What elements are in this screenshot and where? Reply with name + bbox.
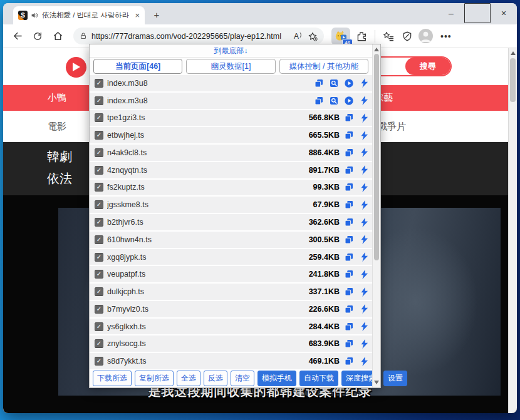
profile-button[interactable] — [419, 29, 433, 43]
copy-button[interactable] — [343, 199, 355, 210]
copy-button[interactable] — [313, 95, 325, 106]
web-capture-button[interactable] — [400, 28, 415, 44]
popup-action-button[interactable]: 复制所选 — [135, 371, 174, 386]
media-row: ✓ dulkjcph.ts 337.1KB — [90, 284, 372, 301]
popup-action-button[interactable]: 自动下载 — [299, 371, 338, 386]
popup-scrollbar[interactable] — [372, 44, 380, 387]
popup-action-button[interactable]: 清空 — [231, 371, 254, 386]
home-button[interactable] — [49, 28, 66, 44]
play-button[interactable] — [343, 78, 355, 89]
copy-button[interactable] — [343, 252, 355, 263]
download-button[interactable] — [358, 165, 370, 176]
scroll-to-bottom-link[interactable]: 到最底部↓ — [90, 44, 372, 58]
popup-action-button[interactable]: 反选 — [204, 371, 227, 386]
back-button[interactable] — [9, 28, 26, 44]
copy-button[interactable] — [343, 147, 355, 158]
download-button[interactable] — [358, 234, 370, 245]
maximize-button[interactable] — [464, 3, 491, 23]
row-checkbox[interactable]: ✓ — [95, 322, 103, 331]
subnav-item-movies[interactable]: 電影 — [48, 121, 66, 133]
download-button[interactable] — [358, 286, 370, 297]
row-checkbox[interactable]: ✓ — [95, 235, 103, 244]
download-button[interactable] — [358, 112, 370, 123]
row-checkbox[interactable]: ✓ — [95, 79, 103, 88]
download-button[interactable] — [358, 199, 370, 210]
popup-tab[interactable]: 媒体控制 / 其他功能 — [279, 59, 368, 74]
popup-action-button[interactable]: 全选 — [177, 371, 200, 386]
popup-scroll-down-icon[interactable] — [374, 381, 379, 384]
download-button[interactable] — [358, 147, 370, 158]
close-button[interactable]: × — [491, 3, 517, 23]
play-button[interactable] — [343, 95, 355, 106]
popup-action-button[interactable]: 设置 — [383, 371, 407, 386]
popup-action-button[interactable]: 模拟手机 — [257, 371, 296, 386]
popup-scroll-up-icon[interactable] — [374, 48, 379, 51]
subnav-item-war[interactable]: 戰爭片 — [378, 121, 406, 133]
download-button[interactable] — [358, 217, 370, 228]
preview-button[interactable] — [328, 78, 340, 89]
copy-button[interactable] — [343, 165, 355, 176]
lightning-download-icon — [360, 182, 369, 193]
row-checkbox[interactable]: ✓ — [95, 270, 103, 279]
row-checkbox[interactable]: ✓ — [95, 357, 103, 366]
copy-button[interactable] — [343, 286, 355, 297]
row-checkbox[interactable]: ✓ — [95, 113, 103, 122]
download-button[interactable] — [358, 182, 370, 193]
copy-button[interactable] — [343, 234, 355, 245]
copy-button[interactable] — [343, 217, 355, 228]
copy-button[interactable] — [343, 338, 355, 349]
row-checkbox[interactable]: ✓ — [95, 253, 103, 262]
refresh-button[interactable] — [29, 28, 46, 44]
preview-button[interactable] — [328, 95, 340, 106]
browser-tab[interactable]: S 依法相愛 / 법대로 사랑하라 × — [13, 6, 145, 24]
tab-close-icon[interactable]: × — [135, 11, 140, 20]
settings-more-button[interactable]: ••• — [437, 31, 455, 41]
copy-button[interactable] — [343, 269, 355, 280]
media-row: ✓ znylsocg.ts 683.9KB — [90, 335, 372, 353]
add-favorite-button[interactable] — [308, 31, 318, 41]
cat-catch-extension-button[interactable]: 46 — [331, 28, 350, 45]
lightning-download-icon — [360, 217, 369, 228]
download-button[interactable] — [358, 130, 370, 141]
favorites-button[interactable] — [381, 28, 396, 44]
row-checkbox[interactable]: ✓ — [95, 287, 103, 296]
copy-button[interactable] — [313, 78, 325, 89]
row-checkbox[interactable]: ✓ — [95, 305, 103, 314]
copy-button[interactable] — [343, 304, 355, 315]
row-checkbox[interactable]: ✓ — [95, 96, 103, 105]
row-checkbox[interactable]: ✓ — [95, 183, 103, 192]
page-scrollbar-thumb[interactable] — [510, 58, 516, 102]
search-button[interactable]: 搜尋 — [405, 58, 450, 75]
row-checkbox[interactable]: ✓ — [95, 339, 103, 348]
download-button[interactable] — [358, 252, 370, 263]
popup-tab[interactable]: 当前页面[46] — [93, 59, 182, 74]
nav-item-duck[interactable]: 小鴨 — [48, 92, 66, 104]
download-button[interactable] — [358, 269, 370, 280]
download-button[interactable] — [358, 321, 370, 332]
popup-action-button[interactable]: 下载所选 — [93, 371, 132, 386]
page-scrollbar[interactable] — [508, 48, 517, 413]
download-button[interactable] — [358, 338, 370, 349]
copy-button[interactable] — [343, 182, 355, 193]
copy-button[interactable] — [343, 356, 355, 367]
row-checkbox[interactable]: ✓ — [95, 218, 103, 227]
popup-tab[interactable]: 幽灵数据[1] — [186, 59, 275, 74]
row-checkbox[interactable]: ✓ — [95, 200, 103, 209]
scroll-up-arrow-icon[interactable] — [511, 51, 516, 55]
row-checkbox[interactable]: ✓ — [95, 148, 103, 157]
minimize-button[interactable]: – — [438, 3, 464, 23]
row-checkbox[interactable]: ✓ — [95, 166, 103, 175]
copy-button[interactable] — [343, 130, 355, 141]
download-button[interactable] — [358, 78, 370, 89]
download-button[interactable] — [358, 95, 370, 106]
read-aloud-button[interactable]: A — [294, 32, 303, 41]
address-bar[interactable]: https://777dramas.com/vod-202295665/play… — [73, 28, 324, 44]
row-checkbox[interactable]: ✓ — [95, 131, 103, 140]
download-button[interactable] — [358, 304, 370, 315]
popup-scrollbar-thumb[interactable] — [374, 54, 379, 260]
copy-button[interactable] — [343, 112, 355, 123]
extensions-button[interactable] — [354, 28, 369, 44]
new-tab-button[interactable]: + — [151, 9, 162, 20]
download-button[interactable] — [358, 356, 370, 367]
copy-button[interactable] — [343, 321, 355, 332]
